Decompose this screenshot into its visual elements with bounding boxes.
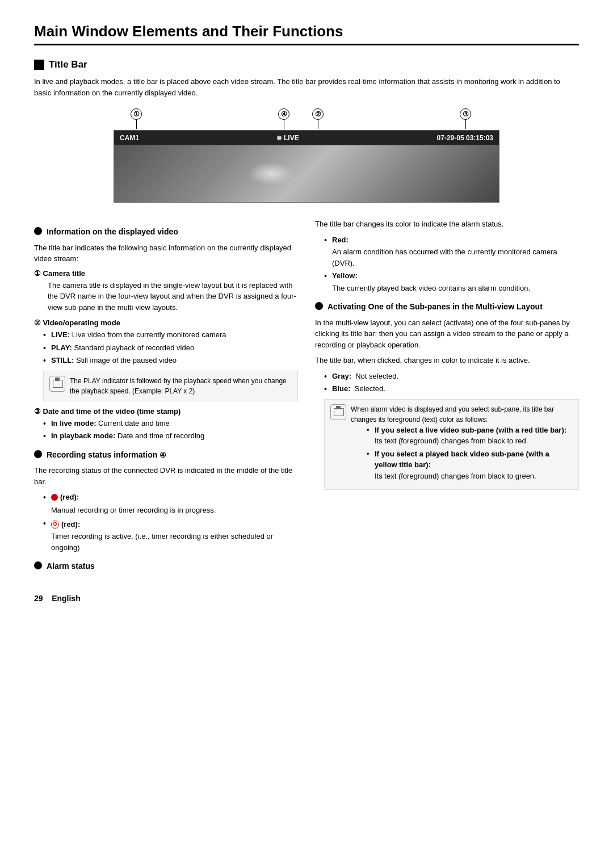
diagram-num-4: ④ [278,108,289,129]
two-col-layout: Information on the displayed video The t… [34,219,579,577]
diagram-num-3: ③ [460,108,471,129]
activating-note-box: When alarm video is displayed and you se… [324,399,579,490]
recording-header-text: Recording status information ④ [47,450,166,461]
playback-sub-desc: Its text (foreground) changes from black… [375,471,573,482]
recording-timer-red: ⊙ (red): Timer recording is active. (i.e… [43,518,298,553]
activating-section-header: Activating One of the Sub-panes in the M… [315,301,579,313]
live-sub-desc: Its text (foreground) changes from black… [375,435,573,447]
date-time-item-1: In live mode: Current date and time [43,418,298,429]
rec-dot [277,136,282,140]
title-bar-label: Title Bar [49,59,87,70]
live-section: LIVE [277,134,299,142]
bullet-icon-alarm [34,561,42,569]
timer-icon: ⊙ [51,521,59,529]
activating-color-change: The title bar, when clicked, changes in … [315,355,579,366]
playback-sub-item: If you select a played back video sub-pa… [367,448,573,482]
note-icon-1 [49,376,65,392]
gray-desc: Not selected. [355,372,398,380]
date-time-header: ③ Date and time of the video (time stamp… [34,407,298,416]
activating-intro: In the multi-view layout, you can select… [315,317,579,351]
activating-header-text: Activating One of the Sub-panes in the M… [328,301,543,313]
recording-list: (red): Manual recording or timer recordi… [43,492,298,553]
titlebar-image: CAM1 LIVE 07-29-05 03:15:03 [114,130,499,203]
video-mode-item-1: LIVE: Live video from the currently moni… [43,329,298,341]
gray-item: Gray: Not selected. [324,371,579,382]
title-divider [34,44,579,45]
live-sub-header: If you select a live video sub-pane (wit… [375,426,566,434]
date-time-list: In live mode: Current date and time In p… [43,418,298,442]
date-time-item: ③ Date and time of the video (time stamp… [34,407,298,442]
bullet-icon-recording [34,450,42,458]
info-section-header: Information on the displayed video [34,227,298,238]
video-mode-list: LIVE: Live video from the currently moni… [43,329,298,366]
live-sub-item: If you select a live video sub-pane (wit… [367,425,573,447]
live-label: LIVE [284,134,299,142]
red-circle-icon [51,494,58,501]
blue-desc: Selected. [355,384,385,393]
playback-sub-header: If you select a played back video sub-pa… [375,450,549,469]
section-icon [34,60,44,70]
alarm-header-text: Alarm status [47,561,95,572]
video-mode-note: The PLAY indicator is followed by the pl… [43,371,298,401]
titlebar-video-area [114,145,499,202]
video-mode-item: ② Video/operating mode LIVE: Live video … [34,318,298,401]
video-mode-header: ② Video/operating mode [34,318,298,327]
recording-section-header: Recording status information ④ [34,450,298,461]
alarm-red-item: Red: An alarm condition has occurred wit… [324,234,579,269]
camera-title-item: ① Camera title The camera title is displ… [34,269,298,313]
diagram-num-1: ① [131,108,142,129]
titlebar-diagram: ① ④ ② ③ CAM1 LIVE 07-29-05 03:15:03 [114,108,499,203]
bullet-icon-activating [315,302,323,310]
blue-item: Blue: Selected. [324,383,579,395]
page-number: 29 [34,594,43,603]
footer: 29 English [34,594,579,603]
video-mode-item-3: STILL: Still image of the paused video [43,355,298,366]
footer-language: English [52,594,81,603]
blue-label: Blue: [332,384,351,393]
title-bar-section-header: Title Bar [34,59,579,70]
alarm-red-label: Red: [332,236,349,244]
page-title: Main Window Elements and Their Functions [34,23,579,40]
alarm-yellow-desc: The currently played back video contains… [332,283,579,294]
activating-note-text: When alarm video is displayed and you se… [351,404,573,425]
recording-red-dot: (red): Manual recording or timer recordi… [43,492,298,516]
recording-red-dot-desc: Manual recording or timer recording is i… [51,505,298,516]
alarm-red-desc: An alarm condition has occurred with the… [332,246,579,269]
gray-label: Gray: [332,372,351,380]
info-header-text: Information on the displayed video [47,227,178,238]
cam-label: CAM1 [120,134,139,142]
camera-title-label: ① Camera title [34,269,85,278]
recording-timer-desc: Timer recording is active. (i.e., timer … [51,531,298,553]
alarm-yellow-label: Yellow: [332,271,358,280]
date-time-item-2: In playback mode: Date and time of recor… [43,430,298,442]
alarm-section-header: Alarm status [34,561,298,572]
activating-note-list: If you select a live video sub-pane (wit… [367,425,573,482]
left-column: Information on the displayed video The t… [34,219,298,577]
right-column: The title bar changes its color to indic… [315,219,579,577]
alarm-color-change-text: The title bar changes its color to indic… [315,219,579,230]
activating-color-list: Gray: Not selected. Blue: Selected. [324,371,579,395]
timestamp-label: 07-29-05 03:15:03 [437,134,493,142]
note-text-1: The PLAY indicator is followed by the pl… [70,376,292,396]
video-mode-item-2: PLAY: Standard playback of recorded vide… [43,342,298,354]
titlebar-top-bar: CAM1 LIVE 07-29-05 03:15:03 [114,131,499,145]
bullet-icon-info [34,227,42,235]
camera-title-header: ① Camera title [34,269,298,278]
video-mode-label: ② Video/operating mode [34,318,120,327]
note-icon-2 [330,404,346,420]
alarm-yellow-item: Yellow: The currently played back video … [324,270,579,293]
camera-title-body: The camera title is displayed in the sin… [48,280,298,313]
title-bar-intro: In live and playback modes, a title bar … [34,76,579,98]
date-time-label: ③ Date and time of the video (time stamp… [34,407,180,416]
info-intro: The title bar indicates the following ba… [34,242,298,265]
alarm-color-list: Red: An alarm condition has occurred wit… [324,234,579,294]
diagram-num-2: ② [312,108,324,129]
recording-intro: The recording status of the connected DV… [34,465,298,487]
